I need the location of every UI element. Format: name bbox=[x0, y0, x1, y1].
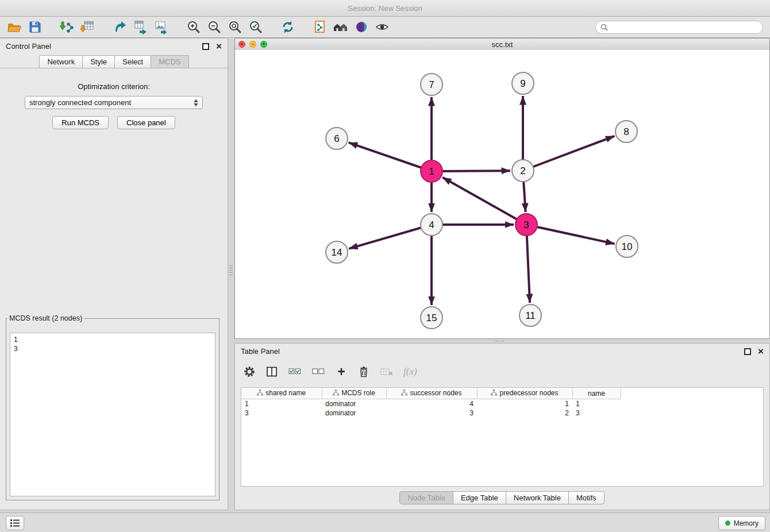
export-table-button[interactable] bbox=[132, 18, 149, 36]
cell-name[interactable]: 1 bbox=[572, 399, 621, 409]
graph-node-15[interactable]: 15 bbox=[421, 307, 442, 329]
graph-edge-3-11[interactable] bbox=[526, 225, 530, 303]
export-image-button[interactable] bbox=[153, 18, 170, 36]
main-toolbar bbox=[0, 17, 770, 38]
graph-node-9[interactable]: 9 bbox=[512, 72, 534, 94]
cell-mcds-role[interactable]: dominator bbox=[322, 399, 386, 409]
cell-mcds-role[interactable]: dominator bbox=[322, 408, 386, 418]
table-settings-button[interactable] bbox=[243, 365, 256, 379]
cell-shared-name[interactable]: 1 bbox=[241, 399, 322, 409]
vertical-splitter[interactable] bbox=[228, 38, 234, 510]
memory-button[interactable]: Memory bbox=[718, 516, 765, 530]
result-line: 1 bbox=[14, 335, 211, 344]
column-header-shared-name[interactable]: shared name bbox=[241, 388, 322, 399]
graph-edge-3-1[interactable] bbox=[442, 178, 526, 225]
tab-select[interactable]: Select bbox=[114, 55, 151, 68]
column-header-mcds-role[interactable]: MCDS role bbox=[322, 388, 386, 399]
zoom-out-button[interactable] bbox=[206, 18, 223, 36]
refresh-button[interactable] bbox=[279, 18, 297, 36]
import-network-button[interactable] bbox=[59, 18, 76, 36]
run-mcds-button[interactable]: Run MCDS bbox=[52, 116, 109, 129]
save-session-button[interactable] bbox=[26, 18, 44, 36]
cell-name[interactable]: 3 bbox=[572, 408, 621, 418]
table-row[interactable]: 3 dominator 3 2 3 bbox=[241, 408, 621, 418]
tab-style[interactable]: Style bbox=[82, 55, 115, 68]
float-panel-icon[interactable] bbox=[202, 43, 209, 50]
delete-column-icon bbox=[380, 365, 394, 378]
memory-label: Memory bbox=[734, 519, 759, 527]
unselect-all-button[interactable] bbox=[311, 365, 325, 379]
search-icon bbox=[600, 24, 608, 31]
tab-node-table[interactable]: Node Table bbox=[399, 491, 453, 504]
graph-node-label: 6 bbox=[334, 133, 339, 144]
vizmap-icon bbox=[354, 20, 369, 34]
search-input[interactable] bbox=[611, 23, 758, 32]
graph-node-11[interactable]: 11 bbox=[519, 304, 541, 326]
tab-motifs[interactable]: Motifs bbox=[568, 491, 605, 504]
graph-node-label: 4 bbox=[429, 219, 434, 230]
column-label: predecessor nodes bbox=[499, 389, 558, 397]
graph-edge-4-14[interactable] bbox=[349, 225, 432, 249]
task-history-button[interactable] bbox=[6, 516, 24, 530]
network-canvas[interactable]: 7968124314101511 bbox=[235, 50, 769, 338]
node-table: shared name MCDS role successor nodes pr… bbox=[241, 387, 764, 487]
close-window-button[interactable]: × bbox=[238, 41, 245, 48]
cell-predecessor-nodes[interactable]: 1 bbox=[477, 399, 572, 409]
graph-node-2[interactable]: 2 bbox=[512, 160, 534, 182]
close-table-panel-icon[interactable]: × bbox=[758, 348, 764, 356]
show-columns-button[interactable] bbox=[265, 365, 278, 379]
graph-node-14[interactable]: 14 bbox=[326, 241, 348, 263]
control-panel-title: Control Panel bbox=[6, 42, 202, 51]
export-network-button[interactable] bbox=[111, 18, 129, 36]
search-field[interactable] bbox=[595, 21, 763, 34]
graph-edge-1-2[interactable] bbox=[432, 171, 510, 171]
graph-node-4[interactable]: 4 bbox=[421, 214, 442, 236]
delete-button[interactable] bbox=[357, 365, 370, 379]
vizmap-button[interactable] bbox=[353, 18, 370, 36]
import-table-button[interactable] bbox=[79, 18, 97, 36]
float-table-panel-icon[interactable] bbox=[744, 348, 751, 355]
cell-predecessor-nodes[interactable]: 2 bbox=[477, 408, 572, 418]
network-window-titlebar: × − + scc.txt bbox=[235, 38, 769, 51]
select-all-button[interactable] bbox=[288, 365, 302, 379]
column-header-predecessor-nodes[interactable]: predecessor nodes bbox=[477, 388, 572, 399]
show-hide-button[interactable] bbox=[374, 18, 391, 36]
graph-node-label: 14 bbox=[332, 247, 342, 258]
cell-successor-nodes[interactable]: 3 bbox=[386, 408, 477, 418]
zoom-fit-button[interactable] bbox=[226, 18, 244, 36]
add-column-button[interactable]: + bbox=[335, 365, 348, 379]
graph-edge-2-8[interactable] bbox=[523, 136, 614, 171]
graph-node-label: 2 bbox=[520, 165, 525, 176]
cell-shared-name[interactable]: 3 bbox=[241, 408, 322, 418]
graph-node-7[interactable]: 7 bbox=[421, 74, 442, 95]
cell-successor-nodes[interactable]: 4 bbox=[386, 399, 477, 409]
graph-node-3[interactable]: 3 bbox=[515, 214, 537, 236]
table-toolbar: + f(x) bbox=[243, 361, 417, 383]
graph-edge-1-6[interactable] bbox=[349, 142, 432, 171]
graph-edge-3-10[interactable] bbox=[526, 225, 615, 244]
graph-node-8[interactable]: 8 bbox=[615, 121, 637, 142]
open-session-button[interactable] bbox=[6, 18, 23, 36]
graph-node-1[interactable]: 1 bbox=[421, 160, 442, 182]
zoom-in-button[interactable] bbox=[185, 18, 202, 36]
close-panel-icon[interactable]: × bbox=[216, 43, 222, 51]
graph-node-10[interactable]: 10 bbox=[616, 236, 638, 257]
column-header-name[interactable]: name bbox=[572, 388, 621, 399]
column-header-successor-nodes[interactable]: successor nodes bbox=[386, 388, 477, 399]
page-layout-button[interactable] bbox=[311, 18, 329, 36]
zoom-window-button[interactable]: + bbox=[260, 41, 267, 48]
minimize-window-button[interactable]: − bbox=[249, 41, 256, 48]
table-row[interactable]: 1 dominator 4 1 1 bbox=[241, 399, 621, 409]
network-analyzer-button[interactable] bbox=[332, 18, 349, 36]
tab-network-table[interactable]: Network Table bbox=[506, 491, 569, 504]
graph-node-6[interactable]: 6 bbox=[326, 128, 348, 149]
tab-edge-table[interactable]: Edge Table bbox=[453, 491, 506, 504]
tab-mcds[interactable]: MCDS bbox=[151, 55, 188, 68]
criterion-select[interactable]: strongly connected component bbox=[25, 96, 203, 109]
tab-network[interactable]: Network bbox=[39, 55, 83, 68]
close-panel-button[interactable]: Close panel bbox=[117, 116, 175, 129]
network-graph[interactable]: 7968124314101511 bbox=[235, 50, 769, 338]
import-network-icon bbox=[60, 20, 75, 34]
zoom-selected-button[interactable] bbox=[247, 18, 264, 36]
horizontal-splitter[interactable] bbox=[234, 339, 770, 343]
